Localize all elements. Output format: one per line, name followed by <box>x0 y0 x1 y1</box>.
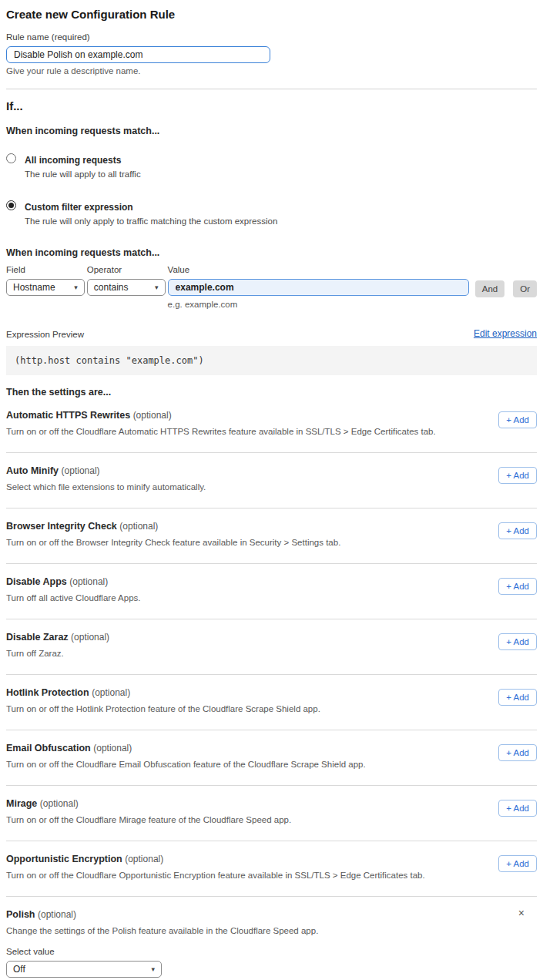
value-helper: e.g. example.com <box>168 300 469 309</box>
create-configuration-rule-page: Create new Configuration Rule Rule name … <box>0 0 543 978</box>
setting-name: Mirage <box>6 798 37 809</box>
setting-name: Polish <box>6 909 35 920</box>
radio-option-label: All incoming requests <box>25 155 121 166</box>
optional-tag: (optional) <box>38 909 76 920</box>
optional-tag: (optional) <box>69 576 108 587</box>
incoming-requests-match-heading: When incoming requests match... <box>6 126 537 136</box>
setting-title: Polish (optional) <box>6 909 537 920</box>
add-disable-zaraz-button[interactable]: + Add <box>498 633 537 650</box>
chevron-down-icon: ▾ <box>155 284 159 291</box>
add-email-obfuscation-button[interactable]: + Add <box>498 744 537 761</box>
setting-row-browser-integrity-check: Browser Integrity Check (optional) Turn … <box>6 508 537 564</box>
expression-preview-code: (http.host contains "example.com") <box>6 346 537 375</box>
optional-tag: (optional) <box>71 632 109 643</box>
add-opportunistic-encryption-button[interactable]: + Add <box>498 855 537 872</box>
expression-builder-heading: When incoming requests match... <box>6 247 537 258</box>
optional-tag: (optional) <box>92 687 130 698</box>
add-automatic-https-rewrites-button[interactable]: + Add <box>498 411 537 428</box>
setting-row-hotlink-protection: Hotlink Protection (optional) Turn on or… <box>6 675 537 730</box>
setting-title: Automatic HTTPS Rewrites (optional) <box>6 410 436 421</box>
edit-expression-link[interactable]: Edit expression <box>474 328 537 339</box>
chevron-down-icon: ▾ <box>151 966 155 973</box>
radio-selected-icon[interactable] <box>6 200 16 210</box>
field-label: Field <box>6 265 85 274</box>
setting-row-polish: × Polish (optional) Change the settings … <box>6 897 537 978</box>
setting-title: Browser Integrity Check (optional) <box>6 521 340 532</box>
setting-row-disable-apps: Disable Apps (optional) Turn off all act… <box>6 564 537 619</box>
radio-option-custom-filter-expression[interactable]: Custom filter expression The rule will o… <box>6 200 537 226</box>
radio-option-all-incoming-requests[interactable]: All incoming requests The rule will appl… <box>6 153 537 179</box>
setting-row-disable-zaraz: Disable Zaraz (optional) Turn off Zaraz.… <box>6 619 537 675</box>
operator-label: Operator <box>87 265 166 274</box>
rule-name-helper: Give your rule a descriptive name. <box>6 66 537 76</box>
setting-description: Turn on or off the Browser Integrity Che… <box>6 538 340 547</box>
add-auto-minify-button[interactable]: + Add <box>498 467 537 484</box>
optional-tag: (optional) <box>62 465 100 476</box>
expression-preview-label: Expression Preview <box>6 330 84 339</box>
optional-tag: (optional) <box>93 743 132 753</box>
setting-title: Email Obfuscation (optional) <box>6 743 366 753</box>
radio-unselected-icon[interactable] <box>6 153 16 163</box>
setting-description: Change the settings of the Polish featur… <box>6 926 537 935</box>
close-icon[interactable]: × <box>518 908 525 918</box>
setting-row-mirage: Mirage (optional) Turn on or off the Clo… <box>6 786 537 841</box>
chevron-down-icon: ▾ <box>74 284 78 291</box>
value-label: Value <box>168 265 469 274</box>
operator-select-value: contains <box>94 282 129 293</box>
and-button[interactable]: And <box>475 280 504 297</box>
setting-title: Hotlink Protection (optional) <box>6 687 320 698</box>
setting-name: Automatic HTTPS Rewrites <box>6 410 130 421</box>
section-divider <box>6 89 537 89</box>
setting-name: Email Obfuscation <box>6 743 91 753</box>
radio-option-description: The rule will apply to all traffic <box>25 169 141 179</box>
setting-row-opportunistic-encryption: Opportunistic Encryption (optional) Turn… <box>6 841 537 897</box>
setting-description: Turn on or off the Cloudflare Automatic … <box>6 427 436 436</box>
add-browser-integrity-check-button[interactable]: + Add <box>498 522 537 539</box>
or-button[interactable]: Or <box>513 280 537 297</box>
setting-name: Auto Minify <box>6 465 59 476</box>
radio-option-description: The rule will only apply to traffic matc… <box>25 216 277 226</box>
polish-select-label: Select value <box>6 947 537 956</box>
setting-description: Turn on or off the Cloudflare Opportunis… <box>6 871 425 880</box>
setting-title: Disable Zaraz (optional) <box>6 632 109 643</box>
optional-tag: (optional) <box>40 798 79 809</box>
optional-tag: (optional) <box>125 854 163 864</box>
field-select-value: Hostname <box>13 282 55 293</box>
setting-description: Turn on or off the Cloudflare Mirage fea… <box>6 815 291 824</box>
optional-tag: (optional) <box>133 410 172 421</box>
setting-title: Disable Apps (optional) <box>6 576 141 587</box>
add-hotlink-protection-button[interactable]: + Add <box>498 689 537 706</box>
setting-name: Hotlink Protection <box>6 687 89 698</box>
setting-title: Mirage (optional) <box>6 798 291 809</box>
if-heading: If... <box>6 99 537 112</box>
setting-description: Select which file extensions to minify a… <box>6 482 206 492</box>
setting-row-auto-minify: Auto Minify (optional) Select which file… <box>6 453 537 508</box>
setting-title: Opportunistic Encryption (optional) <box>6 854 425 864</box>
setting-description: Turn off all active Cloudflare Apps. <box>6 593 141 602</box>
setting-name: Browser Integrity Check <box>6 521 117 532</box>
polish-select-value: Off <box>13 964 25 975</box>
then-settings-heading: Then the settings are... <box>6 387 537 398</box>
expression-builder-row: Field Hostname ▾ Operator contains ▾ Val… <box>6 265 537 309</box>
radio-option-label: Custom filter expression <box>25 202 133 213</box>
setting-description: Turn on or off the Hotlink Protection fe… <box>6 704 320 713</box>
optional-tag: (optional) <box>119 521 158 532</box>
operator-select[interactable]: contains ▾ <box>87 279 166 296</box>
setting-title: Auto Minify (optional) <box>6 465 206 476</box>
setting-description: Turn on or off the Cloudflare Email Obfu… <box>6 760 366 769</box>
setting-name: Disable Zaraz <box>6 632 69 643</box>
field-select[interactable]: Hostname ▾ <box>6 279 85 296</box>
setting-row-automatic-https-rewrites: Automatic HTTPS Rewrites (optional) Turn… <box>6 398 537 453</box>
value-input[interactable] <box>168 279 469 296</box>
add-mirage-button[interactable]: + Add <box>498 800 537 817</box>
polish-value-select[interactable]: Off ▾ <box>6 961 162 978</box>
setting-description: Turn off Zaraz. <box>6 649 109 658</box>
add-disable-apps-button[interactable]: + Add <box>498 578 537 595</box>
rule-name-label: Rule name (required) <box>6 32 537 42</box>
rule-name-input[interactable] <box>6 46 270 63</box>
setting-name: Opportunistic Encryption <box>6 854 122 864</box>
page-title: Create new Configuration Rule <box>6 8 537 21</box>
setting-row-email-obfuscation: Email Obfuscation (optional) Turn on or … <box>6 730 537 786</box>
setting-name: Disable Apps <box>6 576 67 587</box>
